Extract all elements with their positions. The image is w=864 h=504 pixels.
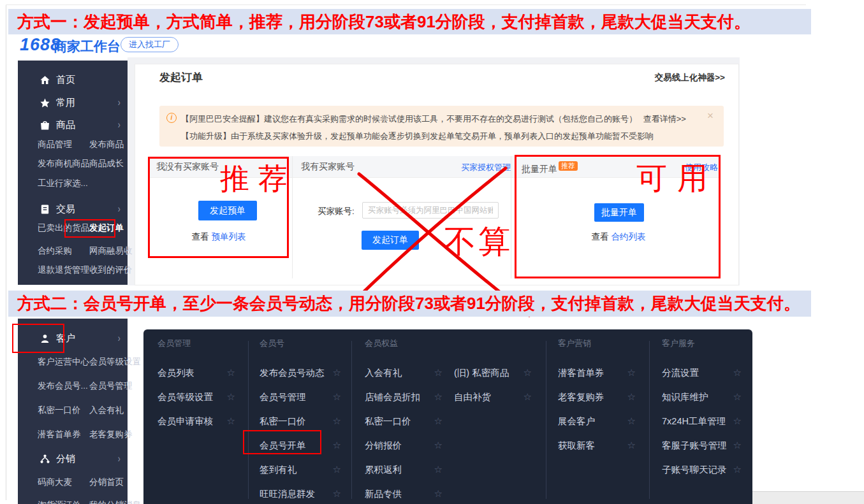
megamenu-item[interactable]: 展会客户☆ [558, 409, 636, 433]
megamenu-item[interactable]: 会员申请审核☆ [157, 409, 235, 433]
megamenu-item[interactable]: 老客复购券☆ [558, 385, 636, 409]
sidebar-item-home[interactable]: 首页 [18, 70, 128, 89]
megamenu-item[interactable]: 潜客首单券☆ [558, 361, 636, 385]
sidebar-link[interactable]: 潜客首单券 [38, 425, 81, 444]
megamenu-item[interactable]: 客服子账号管理☆ [662, 433, 742, 457]
sidebar-link[interactable]: 合约采购 [38, 241, 72, 261]
favorite-star-icon[interactable]: ☆ [434, 361, 443, 385]
favorite-star-icon[interactable]: ☆ [524, 385, 532, 409]
sidebar-link[interactable]: 码商大麦 [38, 473, 72, 492]
bag-icon [40, 120, 50, 131]
megamenu-item[interactable]: 新品专供☆ [365, 482, 443, 504]
favorite-star-icon[interactable]: ☆ [333, 409, 341, 433]
megamenu-col-member-management: 会员管理 会员列表☆ 会员等级设置☆ 会员申请审核☆ [157, 338, 235, 433]
megamenu-item[interactable]: 店铺会员折扣☆ [365, 385, 443, 409]
megamenu-item[interactable]: 会员等级设置☆ [157, 385, 235, 409]
info-icon: i [166, 113, 177, 123]
megamenu-item[interactable]: 签到有礼☆ [260, 457, 341, 482]
sidebar-link[interactable]: 分销首页 [89, 473, 124, 492]
sidebar-link[interactable]: 入会有礼 [89, 401, 124, 420]
megamenu-item[interactable]: 知识库维护☆ [662, 385, 742, 409]
favorite-star-icon[interactable]: ☆ [627, 361, 636, 385]
page-title: 发起订单 [159, 70, 203, 85]
favorite-star-icon[interactable]: ☆ [227, 409, 235, 433]
favorite-star-icon[interactable]: ☆ [333, 457, 341, 482]
favorite-star-icon[interactable]: ☆ [627, 385, 636, 409]
favorite-star-icon[interactable]: ☆ [333, 482, 341, 504]
favorite-star-icon[interactable]: ☆ [434, 385, 443, 409]
sidebar-link[interactable]: 淘货源订单 [38, 496, 81, 504]
favorite-star-icon[interactable]: ☆ [333, 433, 341, 457]
megamenu-item[interactable]: 分流设置☆ [662, 361, 742, 385]
favorite-star-icon[interactable]: ☆ [733, 361, 742, 385]
chevron-right-icon: › [118, 449, 121, 468]
buyer-auth-link[interactable]: 买家授权管理 [461, 162, 511, 173]
find-factory-link[interactable]: 进入找工厂 [121, 37, 179, 52]
red-box-annotation-member-order [243, 430, 321, 454]
favorite-star-icon[interactable]: ☆ [733, 433, 742, 457]
megamenu-item[interactable]: 自由补货☆ [454, 385, 532, 409]
alert-line1: 【阿里巴巴安全提醒】建议您在有真实采购需求的时候尝试使用该工具，不要用不存在的交… [181, 113, 686, 125]
favorite-star-icon[interactable]: ☆ [434, 482, 443, 504]
favorite-star-icon[interactable]: ☆ [333, 385, 341, 409]
favorite-star-icon[interactable]: ☆ [627, 433, 636, 457]
favorite-star-icon[interactable]: ☆ [627, 409, 636, 433]
megamenu-item[interactable]: 会员列表☆ [157, 361, 235, 385]
megamenu-item[interactable]: 累积返利☆ [365, 457, 443, 482]
sidebar-link[interactable]: 我的分销消息 [89, 496, 141, 504]
favorite-star-icon[interactable]: ☆ [434, 433, 443, 457]
megamenu-item[interactable]: 发布会员号动态☆ [260, 361, 341, 385]
sidebar-link[interactable]: 网商融易收 [89, 241, 133, 261]
megamenu-item[interactable]: (旧) 私密商品☆ [454, 361, 532, 385]
buyer-account-input[interactable] [362, 202, 499, 219]
megamenu-col-customer-marketing: 客户营销 潜客首单券☆ 老客复购券☆ 展会客户☆ 获取新客☆ [558, 338, 636, 457]
sidebar-link[interactable]: 收到的评价 [89, 261, 133, 280]
favorite-star-icon[interactable]: ☆ [524, 361, 532, 385]
alert-line2: 【功能升级】由于系统及买家体验升级，发起预单功能会逐步切换到发起单笔交易开单，预… [181, 131, 654, 142]
megamenu-col-customer-service: 客户服务 分流设置☆ 知识库维护☆ 7x24H工单管理☆ 客服子账号管理☆ 子账… [662, 338, 742, 482]
favorite-star-icon[interactable]: ☆ [733, 457, 742, 482]
favorite-star-icon[interactable]: ☆ [333, 361, 341, 385]
megamenu-item[interactable]: 入会有礼☆ [365, 361, 443, 385]
sidebar-link[interactable]: 客户运营中心 [38, 352, 89, 371]
favorite-star-icon[interactable]: ☆ [434, 457, 443, 482]
sidebar-link[interactable]: 会员号管理 [89, 377, 133, 396]
sidebar-link[interactable]: 私密一口价 [38, 401, 81, 420]
annotation-banner-method1: 方式一：发起预单，方式简单，推荐，用分阶段73或者91分阶段，支付掉首款，尾款大… [8, 9, 811, 34]
sidebar-link[interactable]: 老客复购券 [89, 425, 133, 444]
launch-order-button[interactable]: 发起订单 [362, 231, 419, 250]
home-icon [40, 75, 50, 85]
sidebar-link[interactable]: 发布商品 [89, 135, 124, 154]
favorite-star-icon[interactable]: ☆ [434, 409, 443, 433]
buyer-account-label: 买家账号: [318, 206, 355, 217]
sidebar-link[interactable]: 发布商机商品 [38, 154, 89, 173]
sidebar-link[interactable]: 商品管理 [38, 135, 72, 154]
sidebar-link[interactable]: 工业行家选... [38, 174, 88, 193]
sidebar-link[interactable]: 会员等级设置 [89, 352, 141, 371]
megamenu-item[interactable]: 私密一口价☆ [365, 409, 443, 433]
megamenu-item[interactable]: 会员号管理☆ [260, 385, 341, 409]
chevron-right-icon: › [118, 329, 121, 348]
favorite-star-icon[interactable]: ☆ [733, 409, 742, 433]
megamenu-item[interactable]: 子账号聊天记录☆ [662, 457, 742, 482]
megamenu-item[interactable]: 获取新客☆ [558, 433, 636, 457]
sidebar-link[interactable]: 商品成长 [89, 154, 124, 173]
sidebar-link[interactable]: 退款退货管理 [38, 261, 89, 280]
megamenu-col-member-rights-b: (旧) 私密商品☆ 自由补货☆ [454, 361, 532, 409]
trade-online-tool-link[interactable]: 交易线上化神器>> [655, 72, 725, 83]
megamenu-item[interactable]: 7x24H工单管理☆ [662, 409, 742, 433]
favorite-star-icon[interactable]: ☆ [733, 385, 742, 409]
taskbar-strip [752, 491, 864, 504]
sidebar-item-trade[interactable]: 交易 › [18, 199, 128, 219]
megamenu-item[interactable]: 分销报价☆ [365, 433, 443, 457]
megamenu-item[interactable]: 旺旺消息群发☆ [260, 482, 341, 504]
sidebar-item-distribution[interactable]: 分销 › [18, 449, 128, 468]
close-icon[interactable]: × [707, 110, 714, 122]
window-edge-line-top [6, 4, 806, 5]
favorite-star-icon[interactable]: ☆ [227, 385, 235, 409]
alert-details-link[interactable]: 查看详情>> [643, 114, 686, 124]
sidebar-item-favorites[interactable]: 常用 › [18, 93, 128, 112]
favorite-star-icon[interactable]: ☆ [227, 361, 235, 385]
sidebar-item-products[interactable]: 商品 › [18, 115, 128, 134]
sidebar-link[interactable]: 发布会员号... [38, 377, 88, 396]
